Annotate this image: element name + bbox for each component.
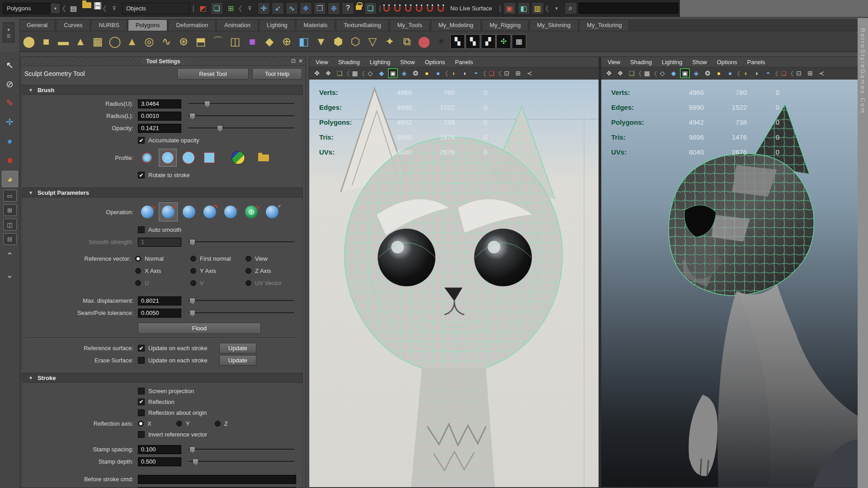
use-all-lights-icon[interactable]: ❂ (703, 68, 712, 78)
max-displacement-field[interactable] (138, 296, 181, 305)
rotate-to-stroke-checkbox[interactable]: ✔ (138, 172, 145, 178)
viewport-menu-options[interactable]: Options (425, 59, 445, 66)
opacity-field[interactable] (138, 124, 181, 133)
use-all-lights-icon[interactable]: ❂ (410, 68, 420, 78)
pane-scroll-down-icon[interactable]: ⌄ (2, 267, 18, 283)
poly-soccer-icon[interactable]: ⊛ (175, 33, 192, 50)
opacity-slider[interactable] (189, 127, 294, 129)
shelf-tab-my-skinning[interactable]: My_Skinning (529, 19, 578, 31)
front-viewport-canvas[interactable]: Verts:49667800 Edges:999015220 Polygons:… (309, 80, 599, 488)
radius-u-field[interactable] (138, 99, 181, 108)
multisample-icon[interactable]: ◓ (471, 68, 481, 78)
new-scene-icon[interactable]: ▤ (67, 2, 80, 14)
gate-mask-icon[interactable]: ≺ (816, 68, 826, 78)
select-hierarchy-icon[interactable]: ◩ (197, 2, 209, 14)
sculpt-relax-operation-icon[interactable]: ↷ (200, 202, 219, 221)
split-poly-icon[interactable]: ◧ (296, 33, 312, 50)
checker-2-icon[interactable]: ▚ (466, 34, 480, 49)
radius-l-slider[interactable] (189, 115, 294, 117)
grid-icon[interactable]: ▦ (350, 68, 360, 78)
shaded-mode-icon[interactable]: ◆ (669, 68, 679, 78)
snap-to-curves-icon[interactable] (394, 6, 401, 12)
render-current-icon[interactable]: ◧ (518, 2, 530, 14)
poly-helix-icon[interactable]: ∿ (158, 33, 175, 50)
two-pane-side-layout-button[interactable]: ◫ (3, 219, 17, 230)
quad-draw-icon[interactable]: ✦ (382, 33, 398, 50)
spike-tool-icon[interactable]: ✶ (433, 33, 449, 50)
checker-4-icon[interactable]: ✣ (496, 34, 511, 49)
selection-mask-arrow-icon[interactable]: ⊽ (108, 2, 120, 14)
merge-verts-icon[interactable]: ⊕ (278, 33, 295, 50)
viewport-menu-panels[interactable]: Panels (747, 59, 765, 66)
paint-select-tool-icon[interactable]: ✎ (2, 95, 18, 111)
radius-l-field[interactable] (138, 112, 181, 121)
poly-cone-icon[interactable]: ▲ (72, 33, 89, 50)
snap-move-icon[interactable]: ✛ (258, 2, 270, 14)
snap-to-projected-center-icon[interactable] (416, 6, 422, 12)
profile-square-icon[interactable] (200, 149, 218, 167)
shelf-tab-my-texturing[interactable]: My_Texturing (579, 19, 629, 31)
ambient-occlusion-icon[interactable]: ◖ (741, 68, 750, 78)
shelf-tab-my-rigging[interactable]: My_Rigging (482, 19, 528, 31)
rv-z-axis-radio[interactable] (245, 268, 251, 274)
mirror-icon[interactable]: ⧉ (399, 33, 415, 50)
append-poly-icon[interactable]: ▼ (313, 33, 329, 50)
shadows-icon[interactable]: ● (433, 68, 443, 78)
reduce-icon[interactable]: ▽ (364, 33, 381, 50)
radius-u-slider[interactable] (189, 103, 294, 105)
chevron-down-icon[interactable]: ⊽ (244, 2, 256, 14)
after-stroke-cmd-input[interactable] (138, 487, 296, 488)
reflection-checkbox[interactable]: ✔ (138, 399, 145, 405)
save-scene-icon[interactable] (94, 2, 101, 9)
poly-prism-icon[interactable]: ▲ (124, 33, 140, 50)
viewport-menu-view[interactable]: View (608, 59, 620, 66)
snap-view-icon[interactable]: ❐ (314, 2, 326, 14)
viewport-menu-show[interactable]: Show (692, 59, 707, 66)
sculpt-geometry-tool-icon[interactable]: ◕ (2, 171, 18, 187)
tool-help-button[interactable]: Tool Help (252, 68, 302, 80)
viewport-menu-shading[interactable]: Shading (630, 59, 652, 66)
seam-pole-tolerance-slider[interactable] (189, 312, 294, 314)
textured-mode-icon[interactable]: ▣ (680, 68, 690, 78)
profile-solid-icon[interactable] (179, 149, 198, 167)
two-pane-stacked-layout-button[interactable]: ⊟ (3, 233, 17, 245)
multisample-icon[interactable]: ◓ (763, 68, 773, 78)
snap-rotate-icon[interactable]: ➶ (272, 2, 284, 14)
sculpt-imprint-operation-icon[interactable]: ◜ (263, 202, 282, 221)
rv-x-axis-radio[interactable] (135, 268, 141, 274)
sculpt-smooth-operation-icon[interactable]: ◌ (179, 202, 198, 221)
poly-sphere-icon[interactable]: ⬤ (21, 33, 37, 50)
move-tool-icon[interactable]: ✛ (2, 114, 18, 130)
isolate-select-icon[interactable]: ❏ (778, 68, 788, 78)
four-pane-layout-button[interactable]: ⊞ (3, 204, 17, 216)
uv-grid-icon[interactable]: ▦ (512, 34, 526, 49)
reflection-axis-z-radio[interactable] (215, 421, 221, 427)
gate-mask-icon[interactable]: ≺ (524, 68, 534, 78)
shelf-tab-deformation[interactable]: Deformation (168, 19, 216, 31)
bevel-icon[interactable]: ◆ (261, 33, 278, 50)
perspective-viewport-canvas[interactable]: Verts:49667800 Edges:999015220 Polygons:… (601, 80, 868, 488)
shelf-tab-curves[interactable]: Curves (56, 19, 90, 31)
wireframe-mode-icon[interactable]: ◇ (365, 68, 375, 78)
rv-y-axis-radio[interactable] (190, 268, 196, 274)
browse-profile-folder-icon[interactable] (255, 149, 273, 167)
scale-tool-icon[interactable]: ■ (2, 152, 18, 168)
make-live-icon[interactable] (438, 6, 444, 12)
tool-settings-titlebar[interactable]: Tool Settings ⊡ ✕ (21, 57, 306, 66)
stamp-depth-slider[interactable] (189, 461, 294, 463)
profile-soft-icon[interactable] (138, 149, 156, 167)
viewport-menu-panels[interactable]: Panels (455, 59, 473, 66)
accumulate-opacity-checkbox[interactable]: ✔ (138, 137, 145, 144)
select-component-icon[interactable]: ⊞ (225, 2, 237, 14)
poly-plane-icon[interactable]: ▦ (90, 33, 106, 50)
image-plane-icon[interactable]: ❑ (335, 68, 344, 78)
sculpt-push-operation-icon[interactable]: ↘ (138, 202, 157, 221)
profile-gaussian-icon[interactable] (159, 149, 177, 167)
select-object-icon[interactable]: ❏ (211, 2, 223, 14)
resolution-gate-icon[interactable]: ⊞ (513, 68, 523, 78)
camera-attributes-icon[interactable]: ✥ (312, 68, 322, 78)
viewport-menu-lighting[interactable]: Lighting (662, 59, 683, 66)
snap-to-grids-icon[interactable] (383, 6, 390, 12)
viewport-menu-options[interactable]: Options (717, 59, 737, 66)
checker-3-icon[interactable]: ▞ (481, 34, 495, 49)
